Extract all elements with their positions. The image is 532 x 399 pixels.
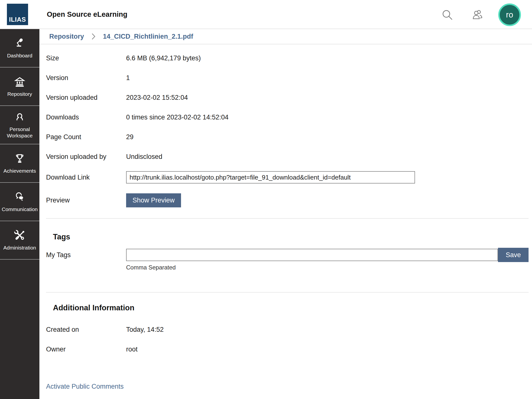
my-tags-hint: Comma Separated	[126, 264, 529, 271]
download-link-input[interactable]	[126, 171, 415, 183]
sidebar-label: Dashboard	[6, 52, 33, 59]
my-tags-hint-row: Comma Separated	[46, 264, 529, 271]
who-is-online-button[interactable]	[471, 8, 484, 21]
property-value: 29	[126, 127, 529, 147]
sidebar-item-achievements[interactable]: Achievements	[0, 144, 39, 183]
sidebar-item-communication[interactable]: Communication	[0, 183, 39, 221]
my-tags-label: My Tags	[46, 251, 126, 259]
show-preview-button[interactable]: Show Preview	[126, 193, 181, 207]
search-icon	[441, 8, 454, 21]
breadcrumb: Repository 14_CICD_Richtlinien_2.1.pdf	[39, 29, 532, 44]
property-label: Version uploaded	[46, 88, 126, 107]
repository-bank-icon	[14, 76, 26, 88]
sidebar-label: Repository	[6, 91, 33, 97]
property-label: Version uploaded by	[46, 147, 126, 166]
file-properties: Size 6.6 MB (6,942,179 bytes) Version 1 …	[46, 48, 529, 212]
personal-workspace-user-icon	[14, 111, 26, 123]
tags-heading: Tags	[53, 233, 529, 241]
achievements-trophy-icon	[14, 152, 26, 165]
search-button[interactable]	[441, 8, 454, 21]
sidebar-item-repository[interactable]: Repository	[0, 67, 39, 106]
my-tags-row: My Tags Save	[46, 248, 529, 262]
property-label: Version	[46, 68, 126, 88]
page-title: Open Source eLearning	[47, 0, 127, 29]
main-sidebar: Dashboard Repository Personal Workspace …	[0, 29, 39, 399]
property-label: Downloads	[46, 107, 126, 127]
communication-chat-icon	[14, 191, 26, 203]
info-label: Created on	[46, 320, 126, 339]
file-info-content: Size 6.6 MB (6,942,179 bytes) Version 1 …	[39, 44, 532, 399]
sidebar-label: Administration	[2, 245, 37, 251]
breadcrumb-current-file[interactable]: 14_CICD_Richtlinien_2.1.pdf	[103, 33, 193, 40]
info-label: Owner	[46, 339, 126, 359]
sidebar-label: Communication	[1, 206, 39, 213]
avatar[interactable]: ro	[498, 3, 521, 26]
info-value: root	[126, 339, 529, 359]
breadcrumb-repository-link[interactable]: Repository	[49, 33, 84, 40]
sidebar-item-administration[interactable]: Administration	[0, 221, 39, 260]
avatar-initials: ro	[506, 10, 513, 19]
property-value: 0 times since 2023-02-02 14:52:04	[126, 107, 529, 127]
property-value: 6.6 MB (6,942,179 bytes)	[126, 48, 529, 68]
section-divider	[46, 292, 529, 293]
activate-public-comments-link[interactable]: Activate Public Comments	[46, 383, 124, 390]
sidebar-label: Achievements	[2, 168, 37, 174]
top-header: ILIAS Open Source eLearning ro	[0, 0, 532, 29]
ilias-logo[interactable]: ILIAS	[7, 4, 28, 25]
section-divider	[46, 218, 529, 219]
chevron-right-icon	[91, 33, 96, 40]
additional-information-heading: Additional Information	[53, 303, 529, 312]
property-value: Undisclosed	[126, 147, 529, 166]
property-label: Size	[46, 48, 126, 68]
download-link-label: Download Link	[46, 166, 126, 188]
who-is-online-icon	[471, 8, 484, 21]
my-tags-input[interactable]	[126, 249, 498, 261]
sidebar-item-personal-workspace[interactable]: Personal Workspace	[0, 106, 39, 144]
save-tags-button[interactable]: Save	[498, 248, 529, 262]
property-label: Page Count	[46, 127, 126, 147]
preview-label: Preview	[46, 188, 126, 212]
sidebar-item-dashboard[interactable]: Dashboard	[0, 29, 39, 67]
dashboard-lamp-icon	[14, 37, 26, 50]
property-value: 1	[126, 68, 529, 88]
ilias-logo-text: ILIAS	[9, 16, 26, 23]
info-value: Today, 14:52	[126, 320, 529, 339]
property-value: 2023-02-02 15:52:04	[126, 88, 529, 107]
additional-information-rows: Created on Today, 14:52 Owner root	[46, 320, 529, 359]
administration-tools-icon	[14, 229, 26, 242]
sidebar-label: Personal Workspace	[0, 126, 39, 139]
